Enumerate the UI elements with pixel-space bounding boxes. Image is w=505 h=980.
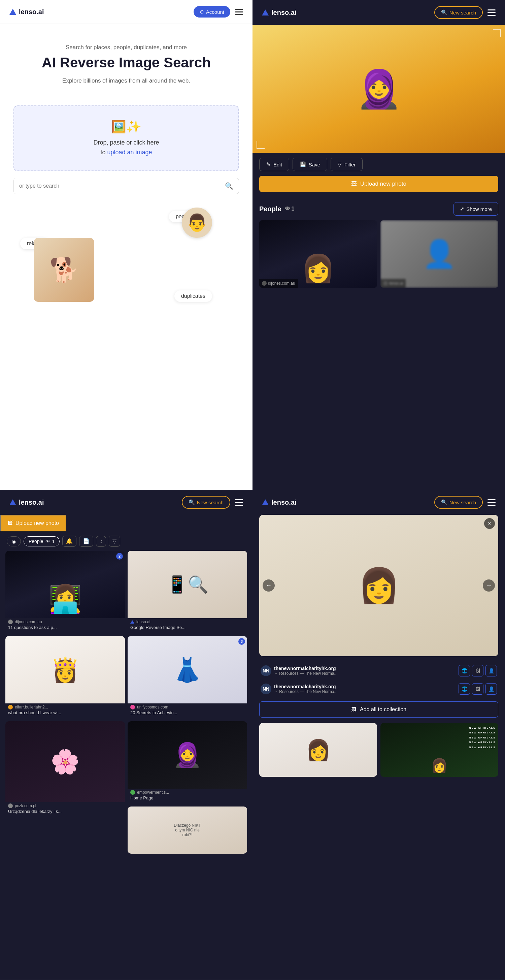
header-p3: lenso.ai 🔍 New search	[0, 490, 252, 515]
result-source-2: lenso.ai	[380, 279, 406, 288]
sort-order-button[interactable]: ↕	[96, 536, 106, 547]
card-4[interactable]: 👗 unifycosmos.com 20 Secrets to Achievin…	[128, 636, 247, 719]
search-submit-button[interactable]: 🔍	[219, 182, 239, 190]
header-search: lenso.ai 🔍 New search	[252, 0, 505, 25]
upload-text: Drop, paste or click here to upload an i…	[28, 138, 225, 158]
upload-line1: Drop, paste or click here	[93, 139, 159, 146]
upload-dropzone[interactable]: 🖼️✨ Drop, paste or click here to upload …	[13, 105, 239, 172]
logo-icon	[10, 9, 16, 15]
source-person-button-1[interactable]: 👤	[486, 665, 497, 676]
results-label: People 👁 1	[259, 205, 294, 213]
add-to-collection-button[interactable]: 🖼 Add all to collection	[259, 702, 498, 718]
eye-icon: 👁	[285, 206, 290, 212]
source-path-1: → Resources — The New Norma...	[274, 671, 338, 676]
new-search-icon-p4: 🔍	[441, 499, 448, 505]
masonry-grid: 👩‍💻 dijones.com.au 11 questions to ask a…	[0, 551, 252, 856]
source-image-button-2[interactable]: 🖼	[472, 683, 483, 695]
upload-bar-p3[interactable]: 🖼 Upload new photo	[0, 515, 66, 531]
bottom-image-2: NEW ARRIVALSNEW ARRIVALSNEW ARRIVALSNEW …	[380, 723, 498, 777]
menu-icon[interactable]	[235, 9, 243, 15]
source-dot-5	[8, 803, 13, 808]
filter-people-button[interactable]: People 👁 1	[24, 536, 60, 546]
filter-all-button[interactable]: ◉	[7, 536, 21, 546]
lenso-icon-2	[130, 620, 134, 624]
save-label: Save	[309, 162, 320, 167]
source-image-button-1[interactable]: 🖼	[472, 665, 483, 676]
source-person-button-2[interactable]: 👤	[486, 683, 497, 695]
bottom-card-1[interactable]: 👩	[259, 723, 377, 777]
source-actions-2: 🌐 🖼 👤	[459, 683, 497, 695]
tags-area: people related duplicates 👨 🐕	[13, 207, 239, 309]
filter-all-icon: ◉	[12, 539, 16, 544]
upload-icon-p3: 🖼	[7, 520, 13, 526]
card-2[interactable]: 📱🔍 lenso.ai Google Reverse Image Se...	[128, 551, 247, 633]
panel-search-result: lenso.ai 🔍 New search 🧕	[252, 0, 505, 490]
card-6[interactable]: 🧕 empowerment.s... Home Page	[128, 721, 247, 804]
new-search-button-p4[interactable]: 🔍 New search	[434, 496, 483, 509]
detail-prev-button[interactable]: ←	[263, 579, 275, 592]
edit-icon: ✎	[266, 161, 271, 167]
hero-title: AI Reverse Image Search	[13, 54, 239, 71]
upload-line2: to	[100, 149, 107, 156]
menu-icon-p3[interactable]	[235, 499, 243, 506]
new-search-button-p2[interactable]: 🔍 New search	[434, 6, 483, 19]
tag-duplicates[interactable]: duplicates	[175, 290, 212, 302]
new-search-button-p3[interactable]: 🔍 New search	[182, 496, 230, 509]
result-image-2: 👤 lenso.ai	[380, 220, 498, 288]
upload-new-photo-button-p2[interactable]: 🖼 Upload new photo	[259, 176, 498, 192]
bottom-image-1: 👩	[259, 723, 377, 777]
filter-button[interactable]: ▽ Filter	[330, 158, 363, 171]
card-7-image: Dlaczego NIKTo tym NIC nierobi?!	[128, 807, 247, 854]
source-row-2: NN thenewnormalcharityhk.org → Resources…	[259, 680, 498, 698]
detail-next-button[interactable]: →	[483, 579, 495, 592]
new-search-label: New search	[449, 10, 476, 16]
card-3[interactable]: 👸 🔸 elfarr.bullerjahn2... what bra shoul…	[5, 636, 125, 719]
card-2-image: 📱🔍	[128, 551, 247, 618]
card-7[interactable]: Dlaczego NIKTo tym NIC nierobi?!	[128, 807, 247, 854]
results-header: People 👁 1 ⤢ Show more	[259, 197, 498, 220]
results-grid: 👩 dijones.com.au 👤 lenso.ai	[259, 220, 498, 294]
source-globe-button-2[interactable]: 🌐	[459, 683, 470, 695]
menu-icon-p4[interactable]	[488, 499, 495, 506]
source-dot-6	[130, 790, 135, 795]
save-button[interactable]: 💾 Save	[292, 158, 327, 171]
edit-button[interactable]: ✎ Edit	[259, 158, 289, 171]
card-1[interactable]: 👩‍💻 dijones.com.au 11 questions to ask a…	[5, 551, 125, 633]
nav-left-icon: ←	[266, 582, 272, 589]
account-button[interactable]: ⊙ Account	[194, 6, 230, 18]
logo-p3: lenso.ai	[10, 499, 44, 506]
dog-image: 🐕	[34, 238, 94, 302]
account-icon: ⊙	[200, 9, 204, 15]
person-bubble: 👨	[182, 207, 212, 238]
new-arrivals-text: NEW ARRIVALSNEW ARRIVALSNEW ARRIVALSNEW …	[469, 725, 495, 750]
upload-link[interactable]: upload an image	[107, 149, 152, 156]
sort-bell-button[interactable]: 🔔	[62, 536, 76, 547]
result-card-2[interactable]: 👤 lenso.ai	[380, 220, 498, 288]
sort-filter-button[interactable]: ▽	[109, 536, 120, 547]
show-more-button[interactable]: ⤢ Show more	[454, 202, 498, 216]
source-details-1: thenewnormalcharityhk.org → Resources — …	[274, 666, 338, 676]
new-search-icon-p3: 🔍	[189, 499, 195, 505]
source-globe-button-1[interactable]: 🌐	[459, 665, 470, 676]
panel-people-results: lenso.ai 🔍 New search 🖼 Upload new photo	[0, 490, 252, 980]
detail-image-wrapper: × ← → 👩	[259, 515, 498, 656]
source-dot-3: 🔸	[8, 705, 13, 710]
logo-text-p4: lenso.ai	[272, 499, 296, 506]
new-search-icon: 🔍	[441, 10, 448, 16]
card-5[interactable]: 🌸 pczk.com.pl Urządzenia dla lekarzy i k…	[5, 721, 125, 817]
view-count-badge: 👁 1	[285, 206, 295, 212]
result-source-1: dijones.com.au	[259, 279, 298, 288]
source-row-1: NN thenewnormalcharityhk.org → Resources…	[259, 662, 498, 680]
detail-close-button[interactable]: ×	[484, 518, 495, 529]
search-input[interactable]	[14, 178, 219, 194]
upload-bar-label: Upload new photo	[16, 520, 59, 526]
result-card-1[interactable]: 👩 dijones.com.au	[259, 220, 377, 288]
action-bar: ✎ Edit 💾 Save ▽ Filter	[252, 153, 505, 176]
menu-icon-dark[interactable]	[488, 10, 495, 16]
bottom-card-2[interactable]: NEW ARRIVALSNEW ARRIVALSNEW ARRIVALSNEW …	[380, 723, 498, 777]
logo-p4: lenso.ai	[262, 499, 296, 506]
filter-icon: ▽	[338, 161, 342, 167]
sort-page-button[interactable]: 📄	[79, 536, 93, 547]
source-avatar-2: NN	[260, 684, 272, 694]
show-more-label: Show more	[466, 206, 492, 212]
